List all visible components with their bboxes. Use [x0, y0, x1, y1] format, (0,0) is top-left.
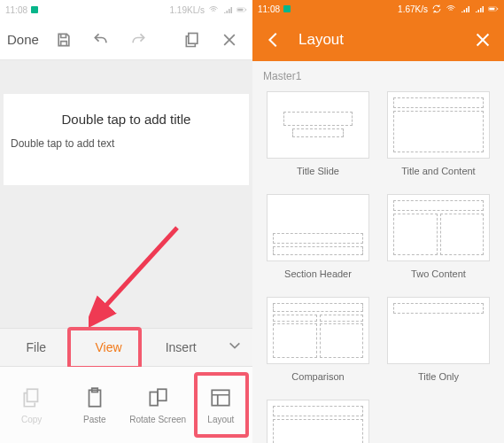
redo-button[interactable]	[122, 24, 154, 56]
layout-thumb	[387, 297, 490, 364]
svg-rect-3	[189, 33, 198, 43]
svg-rect-1	[245, 9, 246, 11]
battery-icon	[236, 4, 247, 15]
done-button[interactable]: Done	[7, 32, 43, 47]
svg-rect-5	[27, 389, 37, 401]
wifi-icon	[208, 4, 219, 15]
svg-rect-9	[158, 389, 167, 400]
master-label: Master1	[252, 61, 504, 88]
collapse-tabs-button[interactable]	[217, 338, 252, 356]
wifi-icon	[446, 4, 456, 14]
status-time: 11:08	[258, 4, 280, 14]
bottom-tabs: File View Insert	[0, 328, 252, 367]
paste-icon	[83, 386, 106, 409]
actions-row: Copy Paste Rotate Screen Layout	[0, 367, 252, 443]
layout-option-section-header[interactable]: Section Header	[261, 194, 375, 291]
layout-label: Title and Content	[401, 159, 475, 189]
signal-icon	[222, 4, 233, 15]
close-button[interactable]	[470, 30, 495, 50]
svg-rect-10	[213, 390, 230, 405]
tab-insert[interactable]: Insert	[144, 340, 217, 354]
signal-icon	[460, 4, 470, 14]
undo-button[interactable]	[85, 24, 117, 56]
copy-slide-button[interactable]	[176, 24, 208, 56]
layout-option-comparison[interactable]: Comparison	[261, 297, 375, 394]
layout-option-title-content[interactable]: Title and Content	[382, 91, 495, 189]
slide[interactable]: Double tap to add title Double tap to ad…	[4, 94, 249, 185]
status-net: 1.67K/s	[398, 4, 428, 14]
layout-icon	[209, 386, 232, 409]
layout-thumb	[387, 194, 490, 261]
layout-option-more[interactable]	[261, 400, 375, 443]
tab-view[interactable]: View	[73, 340, 145, 354]
layout-grid: Title Slide Title and Content Section He…	[252, 88, 504, 443]
layout-label: Title Only	[418, 364, 459, 394]
status-indicator-icon	[283, 5, 291, 12]
layout-option-title-only[interactable]: Title Only	[382, 297, 495, 394]
action-copy[interactable]: Copy	[0, 367, 63, 443]
signal-icon	[474, 4, 485, 14]
status-bar: 11:08 1.19KL/s	[0, 0, 252, 19]
annotation-arrow-icon	[89, 222, 186, 329]
layout-thumb	[267, 297, 369, 364]
tab-file[interactable]: File	[0, 340, 73, 354]
svg-rect-12	[497, 8, 498, 10]
editor-toolbar: Done	[0, 19, 252, 60]
status-bar: 11:08 1.67K/s	[252, 0, 504, 18]
action-paste[interactable]: Paste	[63, 367, 126, 443]
layout-label: Two Content	[411, 261, 466, 291]
action-rotate-screen[interactable]: Rotate Screen	[127, 367, 190, 443]
layout-thumb	[267, 91, 369, 159]
rotate-icon	[146, 386, 169, 409]
battery-icon	[488, 4, 499, 14]
layout-header: Layout	[252, 18, 504, 60]
slide-body-placeholder[interactable]: Double tap to add text	[9, 137, 244, 150]
slide-title-placeholder[interactable]: Double tap to add title	[9, 108, 244, 137]
save-button[interactable]	[48, 24, 80, 56]
action-label: Copy	[21, 415, 42, 424]
svg-line-4	[101, 228, 177, 311]
action-layout[interactable]: Layout	[190, 367, 252, 443]
editor-screen: 11:08 1.19KL/s Done Double tap to add ti…	[0, 0, 252, 443]
action-label: Paste	[83, 415, 106, 424]
layout-label: Section Header	[284, 261, 352, 291]
svg-rect-13	[489, 8, 494, 11]
svg-rect-2	[237, 9, 243, 12]
status-time: 11:08	[5, 5, 27, 15]
copy-icon	[20, 386, 43, 409]
status-net: 1.19KL/s	[170, 5, 205, 15]
back-button[interactable]	[261, 30, 286, 50]
sync-icon	[431, 4, 442, 14]
layout-option-two-content[interactable]: Two Content	[382, 194, 495, 291]
layout-label: Title Slide	[297, 159, 339, 189]
layout-label: Comparison	[291, 364, 344, 394]
action-label: Layout	[207, 415, 234, 424]
close-button[interactable]	[213, 24, 245, 56]
svg-rect-8	[150, 392, 158, 405]
layout-thumb	[267, 194, 369, 261]
layout-picker-screen: 11:08 1.67K/s Layout Master1 Title Slide…	[252, 0, 504, 443]
layout-option-title-slide[interactable]: Title Slide	[261, 91, 375, 189]
page-title: Layout	[299, 31, 458, 49]
action-label: Rotate Screen	[129, 415, 186, 424]
layout-thumb	[387, 91, 490, 159]
status-indicator-icon	[31, 6, 38, 13]
layout-thumb	[267, 400, 369, 443]
slide-canvas[interactable]: Double tap to add title Double tap to ad…	[0, 60, 252, 328]
